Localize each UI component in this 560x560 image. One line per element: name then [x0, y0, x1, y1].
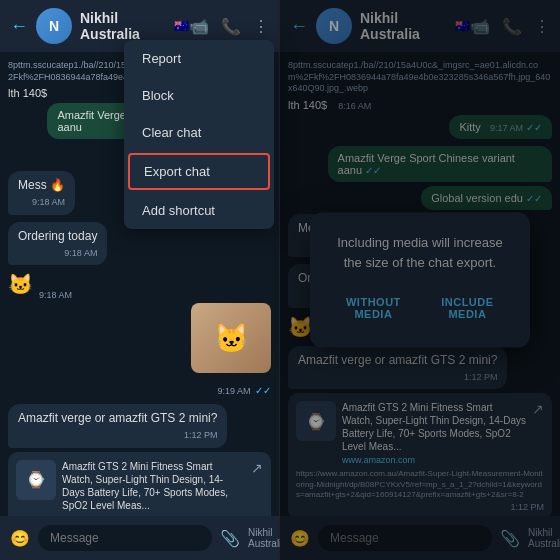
product-image: ⌚ — [16, 460, 56, 500]
context-menu-clear-chat[interactable]: Clear chat — [124, 114, 274, 151]
cat-image: 🐱 — [191, 303, 271, 373]
emoji-button[interactable]: 😊 — [10, 529, 30, 548]
message-row-emoji: 🐱 9:18 AM — [8, 272, 271, 300]
video-call-icon[interactable]: 📹 — [189, 17, 209, 36]
message-time-2: 9:18 AM — [18, 247, 97, 260]
emoji-message: 🐱 — [8, 272, 33, 296]
header-info: Nikhil Australia 🇦🇺 — [80, 10, 189, 42]
cat-emoji: 🐱 — [214, 322, 249, 355]
context-menu-add-shortcut[interactable]: Add shortcut — [124, 192, 274, 229]
contact-name: Nikhil Australia 🇦🇺 — [80, 10, 189, 42]
question-time: 1:12 PM — [18, 429, 217, 442]
received-message-mess: Mess 🔥 9:18 AM — [8, 171, 75, 214]
back-button[interactable]: ← — [10, 16, 28, 37]
product-info: Amazfit GTS 2 Mini Fitness Smart Watch, … — [62, 460, 245, 516]
cat-image-row: 🐱 — [8, 303, 271, 377]
product-card: ⌚ Amazfit GTS 2 Mini Fitness Smart Watch… — [8, 452, 271, 516]
call-icon[interactable]: 📞 — [221, 17, 241, 36]
cat-checkmark: ✓✓ — [255, 385, 271, 396]
more-options-icon[interactable]: ⋮ — [253, 17, 269, 36]
share-icon[interactable]: ↗ — [251, 460, 263, 516]
attach-button[interactable]: 📎 — [220, 529, 240, 548]
received-message-ordering: Ordering today 9:18 AM — [8, 222, 107, 265]
context-menu-export-chat[interactable]: Export chat — [128, 153, 270, 190]
left-chat-panel: ← N Nikhil Australia 🇦🇺 📹 📞 ⋮ Report Blo… — [0, 0, 280, 560]
dialog-backdrop — [280, 0, 560, 560]
context-menu: Report Block Clear chat Export chat Add … — [124, 40, 274, 229]
message-time: 9:18 AM — [18, 196, 65, 209]
right-chat-panel: ← N Nikhil Australia 🇦🇺 📹 📞 ⋮ 8pttm.sscu… — [280, 0, 560, 560]
avatar: N — [36, 8, 72, 44]
question-message: Amazfit verge or amazfit GTS 2 mini? 1:1… — [8, 404, 227, 447]
emoji-time: 9:18 AM — [39, 290, 72, 300]
context-menu-block[interactable]: Block — [124, 77, 274, 114]
left-chat-input-bar: 😊 📎 Nikhil Australia — [0, 516, 279, 560]
verified-icon: 🇦🇺 — [174, 19, 189, 33]
context-menu-report[interactable]: Report — [124, 40, 274, 77]
message-input[interactable] — [38, 525, 212, 551]
header-action-icons: 📹 📞 ⋮ — [189, 17, 269, 36]
cat-time: 9:19 AM ✓✓ — [8, 380, 271, 398]
product-card-inner: ⌚ Amazfit GTS 2 Mini Fitness Smart Watch… — [16, 460, 263, 516]
product-title: Amazfit GTS 2 Mini Fitness Smart Watch, … — [62, 460, 245, 512]
